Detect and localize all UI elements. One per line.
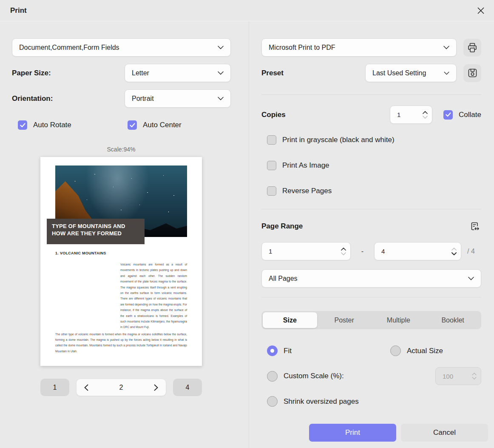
page-navigator: 2 xyxy=(76,379,166,396)
printer-icon xyxy=(467,42,478,53)
collate-label: Collate xyxy=(459,111,481,119)
divider xyxy=(261,297,481,297)
pages-mode-select[interactable]: All Pages xyxy=(261,269,481,288)
auto-rotate-checkbox[interactable] xyxy=(18,120,27,130)
grayscale-label: Print in grayscale (black and white) xyxy=(282,136,395,144)
custom-scale-radio[interactable] xyxy=(267,371,278,382)
range-from-decrement-icon[interactable] xyxy=(341,252,346,255)
range-to-value: 4 xyxy=(381,248,385,255)
copies-value: 1 xyxy=(397,111,400,118)
preview-columns: Volcanic mountains are formed as a resul… xyxy=(55,262,187,330)
tab-size[interactable]: Size xyxy=(263,312,317,328)
divider xyxy=(261,209,481,209)
last-page-button[interactable]: 4 xyxy=(173,379,202,396)
range-from-input[interactable]: 1 xyxy=(261,242,351,260)
print-content-select[interactable]: Document,Comment,Form Fields xyxy=(12,38,231,57)
actual-size-label: Actual Size xyxy=(407,347,443,355)
reverse-pages-option: Reverse Pages xyxy=(267,186,481,196)
scale-text: Scale:94% xyxy=(40,146,202,153)
close-icon xyxy=(477,6,485,15)
preview-spring-image xyxy=(55,262,111,324)
reverse-pages-checkbox[interactable] xyxy=(267,186,276,196)
range-from-value: 1 xyxy=(269,248,272,255)
chevron-down-icon xyxy=(444,71,449,75)
titlebar: Print xyxy=(0,0,494,21)
preview-section-heading: 1. VOLCANIC MOUNTAINS xyxy=(55,251,106,255)
chevron-down-icon xyxy=(218,46,224,49)
paper-size-row: Paper Size: Letter xyxy=(12,64,231,82)
print-as-image-option: Print As Image xyxy=(267,161,481,170)
save-preset-button[interactable] xyxy=(463,64,481,82)
custom-scale-label: Custom Scale (%): xyxy=(284,372,344,380)
collate-checkbox[interactable] xyxy=(443,110,453,120)
custom-scale-value: 100 xyxy=(443,373,453,380)
page-range-header: Page Range xyxy=(261,220,481,233)
chevron-down-icon xyxy=(443,46,449,49)
print-as-image-checkbox[interactable] xyxy=(267,161,276,170)
pages-mode-value: All Pages xyxy=(269,275,298,282)
custom-scale-decrement-icon xyxy=(472,377,477,380)
cancel-button[interactable]: Cancel xyxy=(401,424,488,442)
tab-poster[interactable]: Poster xyxy=(317,312,372,328)
shrink-radio[interactable] xyxy=(267,396,278,407)
first-page-button[interactable]: 1 xyxy=(40,379,69,396)
preview-pagination: 1 2 4 xyxy=(40,379,202,396)
print-content-value: Document,Comment,Form Fields xyxy=(19,44,119,51)
orientation-value: Portrait xyxy=(132,95,154,103)
grayscale-option: Print in grayscale (black and white) xyxy=(267,135,481,145)
check-icon xyxy=(20,123,26,128)
fit-radio[interactable] xyxy=(267,345,278,356)
page-range-icon xyxy=(468,220,481,233)
actual-size-option: Actual Size xyxy=(390,345,443,356)
printer-properties-button[interactable] xyxy=(463,39,481,57)
grayscale-checkbox[interactable] xyxy=(267,135,276,145)
fit-row: Fit Actual Size xyxy=(261,345,481,356)
preview-paragraph-right: Volcanic mountains are formed as a resul… xyxy=(120,262,187,330)
next-page-icon[interactable] xyxy=(154,384,158,391)
auto-options-row: Auto Rotate Auto Center xyxy=(12,120,231,130)
print-as-image-label: Print As Image xyxy=(282,161,329,170)
copies-label: Copies xyxy=(261,111,286,119)
prev-page-icon[interactable] xyxy=(84,384,88,391)
range-from-increment-icon[interactable] xyxy=(341,248,346,251)
auto-center-checkbox[interactable] xyxy=(128,120,137,130)
current-page-number: 2 xyxy=(119,384,123,391)
shrink-label: Shrink oversized pages xyxy=(284,397,359,406)
left-panel: Document,Comment,Form Fields Paper Size:… xyxy=(0,21,249,448)
range-to-increment-icon[interactable] xyxy=(451,248,457,251)
print-button[interactable]: Print xyxy=(309,424,396,442)
copies-increment-icon[interactable] xyxy=(423,111,428,114)
preset-row: Preset Last Used Setting xyxy=(261,64,481,82)
range-to-input[interactable]: 4 xyxy=(374,242,461,260)
preview-paragraph-bottom: The other type of volcanic mountain is f… xyxy=(55,331,187,354)
orientation-row: Orientation: Portrait xyxy=(12,89,231,108)
auto-rotate-option: Auto Rotate xyxy=(18,120,128,130)
auto-center-label: Auto Center xyxy=(143,121,182,129)
custom-scale-input[interactable]: 100 xyxy=(435,367,481,385)
printer-value: Microsoft Print to PDF xyxy=(269,44,335,51)
copies-decrement-icon[interactable] xyxy=(423,116,428,119)
paper-size-select[interactable]: Letter xyxy=(125,64,231,82)
check-icon xyxy=(446,112,451,117)
chevron-down-icon xyxy=(218,97,224,100)
range-total: / 4 xyxy=(467,248,475,255)
printer-select[interactable]: Microsoft Print to PDF xyxy=(261,38,457,57)
shrink-option: Shrink oversized pages xyxy=(267,396,481,407)
tab-multiple[interactable]: Multiple xyxy=(372,312,426,328)
orientation-select[interactable]: Portrait xyxy=(125,89,231,108)
preset-select[interactable]: Last Used Setting xyxy=(365,64,457,82)
save-icon xyxy=(467,68,478,78)
actual-size-radio[interactable] xyxy=(390,345,401,356)
copies-stepper[interactable]: 1 xyxy=(390,106,432,124)
dialog-title: Print xyxy=(10,6,27,15)
preview-banner-title: TYPE OF MOUNTAINS AND HOW ARE THEY FORME… xyxy=(47,219,145,244)
range-to-decrement-icon[interactable] xyxy=(451,252,457,255)
tab-booklet[interactable]: Booklet xyxy=(426,312,480,328)
fit-label: Fit xyxy=(284,347,292,355)
custom-range-button[interactable] xyxy=(468,220,481,233)
check-icon xyxy=(130,123,135,128)
close-button[interactable] xyxy=(474,4,487,17)
custom-scale-option: Custom Scale (%): xyxy=(267,371,344,382)
range-separator: - xyxy=(351,248,374,255)
reverse-pages-label: Reverse Pages xyxy=(282,187,332,195)
